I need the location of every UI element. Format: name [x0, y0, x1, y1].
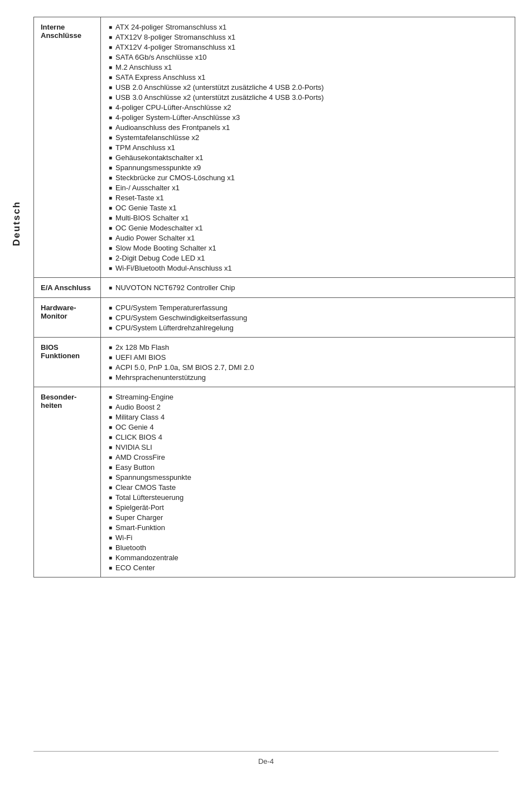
bullet-list-3: 2x 128 Mb FlashUEFI AMI BIOSACPI 5.0, Pn…	[109, 342, 507, 382]
list-item: Audio Boost 2	[109, 402, 507, 412]
list-item: UEFI AMI BIOS	[109, 352, 507, 362]
list-item: AMD CrossFire	[109, 452, 507, 462]
list-item: Ein-/ Ausschalter x1	[109, 182, 507, 192]
row-content-2: CPU/System TemperaturerfassungCPU/System…	[101, 298, 515, 338]
row-label-2: Hardware-Monitor	[34, 298, 101, 338]
list-item: USB 2.0 Anschlüsse x2 (unterstützt zusät…	[109, 82, 507, 92]
list-item: Spannungsmesspunkte x9	[109, 162, 507, 172]
list-item: CPU/System Geschwindigkeitserfassung	[109, 312, 507, 323]
list-item: OC Genie Modeschalter x1	[109, 223, 507, 233]
list-item: Systemtafelanschlüsse x2	[109, 132, 507, 142]
row-content-1: NUVOTON NCT6792 Controller Chip	[101, 278, 515, 298]
row-label-1: E/A Anschluss	[34, 278, 101, 298]
list-item: Super Charger	[109, 512, 507, 522]
list-item: Kommandozentrale	[109, 552, 507, 562]
list-item: Total Lüftersteuerung	[109, 492, 507, 502]
list-item: Easy Button	[109, 462, 507, 472]
list-item: NVIDIA SLI	[109, 442, 507, 452]
bullet-list-2: CPU/System TemperaturerfassungCPU/System…	[109, 302, 507, 333]
list-item: OC Genie Taste x1	[109, 203, 507, 213]
list-item: Audioanschluss des Frontpanels x1	[109, 122, 507, 132]
list-item: ACPI 5.0, PnP 1.0a, SM BIOS 2.7, DMI 2.0	[109, 362, 507, 372]
list-item: SATA Express Anschluss x1	[109, 72, 507, 82]
list-item: Audio Power Schalter x1	[109, 233, 507, 243]
list-item: Streaming-Engine	[109, 392, 507, 402]
list-item: CPU/System Lüfterdrehzahlregelung	[109, 323, 507, 333]
list-item: OC Genie 4	[109, 422, 507, 432]
list-item: ATX12V 8-poliger Stromanschluss x1	[109, 32, 507, 42]
list-item: CLICK BIOS 4	[109, 432, 507, 442]
list-item: Multi-BIOS Schalter x1	[109, 213, 507, 223]
row-label-3: BIOSFunktionen	[34, 338, 101, 387]
list-item: Gehäusekontaktschalter x1	[109, 152, 507, 162]
list-item: ATX12V 4-poliger Stromanschluss x1	[109, 42, 507, 52]
list-item: SATA 6Gb/s Anschlüsse x10	[109, 52, 507, 62]
row-content-3: 2x 128 Mb FlashUEFI AMI BIOSACPI 5.0, Pn…	[101, 338, 515, 387]
bullet-list-4: Streaming-EngineAudio Boost 2Military Cl…	[109, 392, 507, 572]
specs-table: InterneAnschlüsseATX 24-poliger Stromans…	[33, 17, 515, 577]
list-item: 4-poliger CPU-Lüfter-Anschlüsse x2	[109, 102, 507, 112]
row-label-0: InterneAnschlüsse	[34, 17, 101, 278]
bullet-list-1: NUVOTON NCT6792 Controller Chip	[109, 282, 507, 292]
sidebar-deutsch-label: Deutsch	[6, 201, 22, 246]
list-item: NUVOTON NCT6792 Controller Chip	[109, 282, 507, 292]
footer-divider	[33, 751, 499, 752]
table-row: E/A AnschlussNUVOTON NCT6792 Controller …	[34, 278, 515, 298]
list-item: 2x 128 Mb Flash	[109, 342, 507, 352]
list-item: 2-Digit Debug Code LED x1	[109, 253, 507, 263]
list-item: CPU/System Temperaturerfassung	[109, 302, 507, 312]
list-item: 4-poliger System-Lüfter-Anschlüsse x3	[109, 112, 507, 122]
row-label-4: Besonder-heiten	[34, 387, 101, 577]
row-content-4: Streaming-EngineAudio Boost 2Military Cl…	[101, 387, 515, 577]
list-item: Steckbrücke zur CMOS-Löschung x1	[109, 172, 507, 182]
list-item: Reset-Taste x1	[109, 192, 507, 203]
main-content: InterneAnschlüsseATX 24-poliger Stromans…	[33, 17, 515, 740]
page-wrapper: Deutsch InterneAnschlüsseATX 24-poliger …	[0, 0, 532, 799]
list-item: M.2 Anschluss x1	[109, 62, 507, 72]
list-item: ECO Center	[109, 562, 507, 572]
list-item: Smart-Funktion	[109, 522, 507, 532]
table-row: Besonder-heitenStreaming-EngineAudio Boo…	[34, 387, 515, 577]
table-row: BIOSFunktionen2x 128 Mb FlashUEFI AMI BI…	[34, 338, 515, 387]
list-item: Spielgerät-Port	[109, 502, 507, 512]
bullet-list-0: ATX 24-poliger Stromanschluss x1ATX12V 8…	[109, 22, 507, 273]
list-item: USB 3.0 Anschlüsse x2 (unterstützt zusät…	[109, 92, 507, 102]
list-item: Spannungsmesspunkte	[109, 472, 507, 482]
list-item: Clear CMOS Taste	[109, 482, 507, 492]
row-content-0: ATX 24-poliger Stromanschluss x1ATX12V 8…	[101, 17, 515, 278]
footer-page-number: De-4	[0, 757, 532, 766]
list-item: ATX 24-poliger Stromanschluss x1	[109, 22, 507, 32]
list-item: TPM Anschluss x1	[109, 142, 507, 152]
table-row: InterneAnschlüsseATX 24-poliger Stromans…	[34, 17, 515, 278]
list-item: Wi-Fi/Bluetooth Modul-Anschluss x1	[109, 263, 507, 273]
list-item: Slow Mode Booting Schalter x1	[109, 243, 507, 253]
list-item: Bluetooth	[109, 542, 507, 552]
list-item: Mehrsprachenunterstützung	[109, 372, 507, 382]
table-row: Hardware-MonitorCPU/System Temperaturerf…	[34, 298, 515, 338]
list-item: Military Class 4	[109, 412, 507, 422]
list-item: Wi-Fi	[109, 532, 507, 542]
